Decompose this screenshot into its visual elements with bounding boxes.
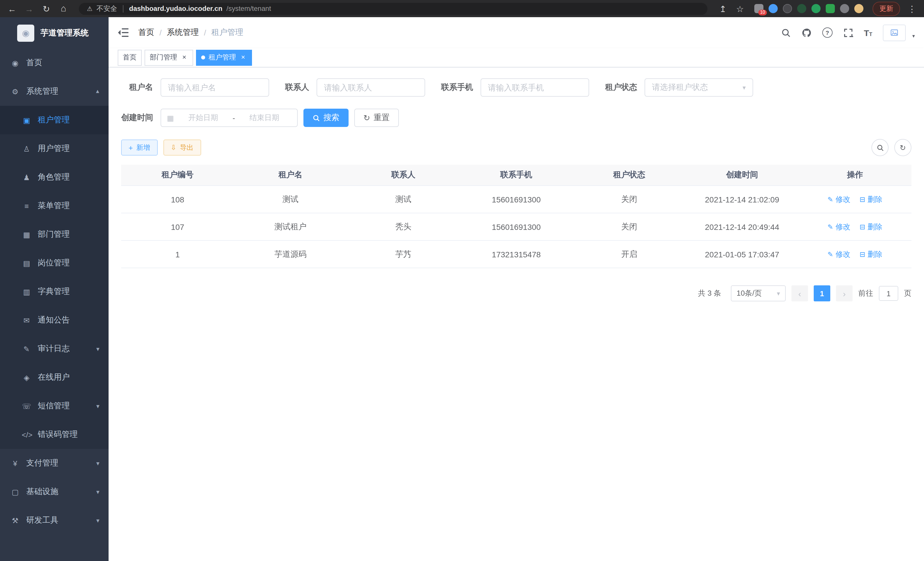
contact-input[interactable] <box>316 78 425 97</box>
cell-status: 开启 <box>573 241 686 268</box>
delete-icon <box>860 196 865 203</box>
column-header[interactable]: 租户名 <box>234 165 347 186</box>
edit-icon <box>827 223 833 230</box>
column-header[interactable]: 租户编号 <box>121 165 234 186</box>
puzzle-extension-icon[interactable] <box>840 4 849 13</box>
add-button[interactable]: 新增 <box>121 140 158 156</box>
sidebar-item[interactable]: ≡ 菜单管理 <box>0 192 109 220</box>
extension-icon[interactable]: 10 <box>754 4 764 13</box>
tenant-name-input[interactable] <box>160 78 269 97</box>
user-avatar[interactable] <box>883 24 906 41</box>
online-user-icon: ◈ <box>22 374 32 381</box>
goto-page-input[interactable] <box>879 286 898 301</box>
share-icon[interactable] <box>718 4 728 13</box>
fullscreen-icon[interactable] <box>843 28 853 38</box>
sidebar-item[interactable]: ▢ 基础设施 <box>0 478 109 506</box>
page-suffix-label: 页 <box>904 288 911 299</box>
hamburger-icon[interactable] <box>118 27 129 38</box>
sidebar-item[interactable]: ✎ 审计日志 <box>0 335 109 363</box>
page-size-select[interactable]: 10条/页 <box>731 285 786 301</box>
sidebar-menu: ◉ 首页 ⚙ 系统管理 ▣ 租户管理 ♙ 用户管理 <box>0 49 109 535</box>
breadcrumb-item-system[interactable]: 系统管理 <box>167 27 199 38</box>
column-header[interactable]: 联系手机 <box>460 165 573 186</box>
tab[interactable]: 部门管理 <box>145 50 193 65</box>
column-header[interactable]: 租户状态 <box>573 165 686 186</box>
column-header[interactable]: 联系人 <box>347 165 460 186</box>
address-bar[interactable]: 不安全 dashboard.yudao.iocoder.cn /system/t… <box>79 3 707 15</box>
extension-icon[interactable] <box>826 4 835 13</box>
edit-button[interactable]: 修改 <box>827 249 850 259</box>
back-button[interactable] <box>7 4 17 13</box>
edit-button[interactable]: 修改 <box>827 194 850 205</box>
cell-tenant-id: 1 <box>121 241 234 268</box>
sidebar-item[interactable]: </> 错误码管理 <box>0 420 109 449</box>
warning-icon <box>87 5 93 12</box>
reload-button[interactable] <box>41 4 51 13</box>
delete-button[interactable]: 删除 <box>860 222 882 232</box>
edit-button[interactable]: 修改 <box>827 222 850 232</box>
search-icon[interactable] <box>781 28 791 38</box>
download-icon <box>171 144 176 151</box>
sidebar-item[interactable]: ¥ 支付管理 <box>0 449 109 478</box>
tenant-status-select[interactable]: 请选择租户状态 <box>645 78 753 97</box>
reset-button[interactable]: 重置 <box>354 109 399 127</box>
edit-icon <box>827 196 833 203</box>
delete-button[interactable]: 删除 <box>860 249 882 259</box>
search-toggle-button[interactable] <box>872 139 889 156</box>
column-header[interactable]: 操作 <box>799 165 911 186</box>
sms-icon: ☏ <box>22 402 32 410</box>
bookmark-star-icon[interactable] <box>735 4 745 13</box>
tab[interactable]: 租户管理 <box>196 50 252 65</box>
github-icon[interactable] <box>802 28 812 38</box>
export-button[interactable]: 导出 <box>163 140 201 156</box>
breadcrumb-item-home[interactable]: 首页 <box>138 27 154 38</box>
app-logo[interactable]: 芋道管理系统 <box>0 17 109 49</box>
tab[interactable]: 首页 <box>118 50 142 65</box>
prev-page-button[interactable] <box>791 285 808 301</box>
forward-button[interactable] <box>24 4 34 13</box>
update-button[interactable]: 更新 <box>873 2 900 16</box>
dept-icon: ▦ <box>22 231 32 238</box>
extension-icon[interactable] <box>783 4 792 13</box>
tab-close-icon[interactable] <box>181 54 188 61</box>
phone-input[interactable] <box>481 78 589 97</box>
sidebar-item[interactable]: ◉ 首页 <box>0 49 109 77</box>
tab-close-icon[interactable] <box>239 54 247 61</box>
sidebar-item[interactable]: ▥ 字典管理 <box>0 277 109 306</box>
refresh-table-button[interactable] <box>894 139 911 156</box>
extension-icon[interactable] <box>769 4 778 13</box>
cell-tenant-name: 芋道源码 <box>234 241 347 268</box>
help-icon[interactable] <box>822 27 832 38</box>
sidebar-item[interactable]: ✉ 通知公告 <box>0 306 109 335</box>
chevron-icon <box>96 88 99 95</box>
home-button[interactable] <box>58 4 69 13</box>
extension-icon[interactable] <box>797 4 806 13</box>
sidebar-item[interactable]: ♙ 用户管理 <box>0 134 109 163</box>
sidebar-item[interactable]: ☏ 短信管理 <box>0 392 109 420</box>
delete-icon <box>860 223 865 230</box>
delete-button[interactable]: 删除 <box>860 194 882 205</box>
sidebar-item[interactable]: ◈ 在线用户 <box>0 363 109 392</box>
notice-icon: ✉ <box>22 317 32 324</box>
search-button[interactable]: 搜索 <box>303 109 349 127</box>
sidebar-item[interactable]: ♟ 角色管理 <box>0 163 109 192</box>
chevron-icon <box>96 517 99 524</box>
sidebar-item[interactable]: ⚙ 系统管理 <box>0 77 109 106</box>
chevron-down-icon[interactable] <box>912 33 915 41</box>
date-range-picker[interactable]: 开始日期 - 结束日期 <box>160 109 298 127</box>
sidebar-item[interactable]: ⚒ 研发工具 <box>0 506 109 535</box>
filter-label-contact: 联系人 <box>285 82 309 93</box>
next-page-button[interactable] <box>836 285 853 301</box>
column-header[interactable]: 创建时间 <box>686 165 799 186</box>
font-size-icon[interactable] <box>864 28 872 38</box>
extension-icon[interactable] <box>812 4 820 13</box>
search-icon <box>876 144 884 151</box>
sidebar-item[interactable]: ▦ 部门管理 <box>0 220 109 249</box>
chevron-icon <box>96 459 99 467</box>
date-range-separator: - <box>232 114 235 122</box>
profile-avatar[interactable] <box>854 4 863 13</box>
sidebar-item[interactable]: ▣ 租户管理 <box>0 106 109 134</box>
browser-menu-icon[interactable] <box>907 4 917 13</box>
page-number-button[interactable]: 1 <box>814 285 830 301</box>
sidebar-item[interactable]: ▤ 岗位管理 <box>0 249 109 277</box>
